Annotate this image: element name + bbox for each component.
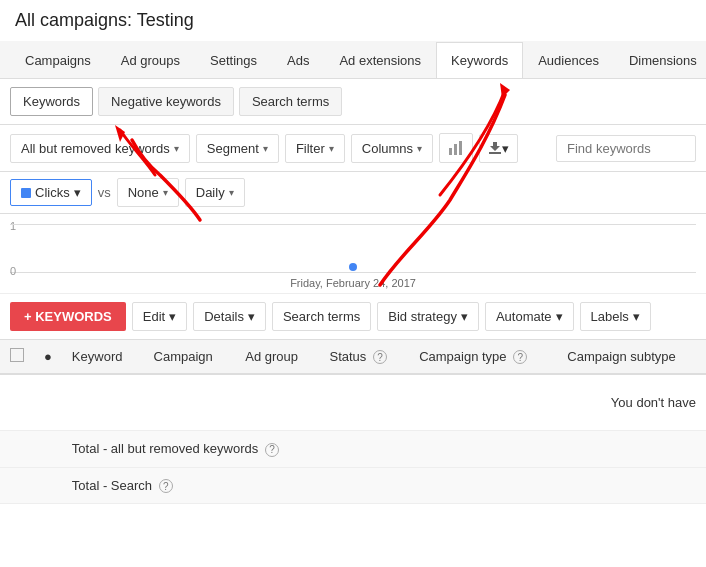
svg-rect-1 — [454, 144, 457, 155]
vs-label: vs — [98, 185, 111, 200]
none-arrow-icon: ▾ — [163, 187, 168, 198]
filter-arrow-icon: ▾ — [329, 143, 334, 154]
metric-clicks-btn[interactable]: Clicks ▾ — [10, 179, 92, 206]
clicks-dot — [21, 188, 31, 198]
labels-arrow-icon: ▾ — [633, 309, 640, 324]
filter-label: Filter — [296, 141, 325, 156]
table-header-row: ● Keyword Campaign Ad group Status ? Cam… — [0, 340, 706, 374]
total-search-dot-cell — [34, 467, 62, 504]
svg-rect-2 — [459, 141, 462, 155]
empty-message-row: You don't have — [0, 374, 706, 431]
page-title: All campaigns: Testing — [0, 0, 706, 41]
automate-label: Automate — [496, 309, 552, 324]
details-arrow-icon: ▾ — [248, 309, 255, 324]
chart-top-line — [10, 224, 696, 225]
none-btn[interactable]: None ▾ — [117, 178, 179, 207]
automate-btn[interactable]: Automate ▾ — [485, 302, 574, 331]
col-campaign-subtype: Campaign subtype — [557, 340, 706, 374]
chart-date-label: Friday, February 24, 2017 — [290, 277, 416, 289]
segment-arrow-icon: ▾ — [263, 143, 268, 154]
columns-btn[interactable]: Columns ▾ — [351, 134, 433, 163]
col-status: Status ? — [319, 340, 409, 374]
keyword-filter-btn[interactable]: All but removed keywords ▾ — [10, 134, 190, 163]
total-all-help-icon[interactable]: ? — [265, 443, 279, 457]
download-btn[interactable]: ▾ — [479, 134, 518, 163]
col-status-dot: ● — [34, 340, 62, 374]
tab-keywords[interactable]: Keywords — [436, 42, 523, 78]
chart-icon — [448, 140, 464, 156]
tab-ads[interactable]: Ads — [272, 42, 324, 78]
col-campaign: Campaign — [144, 340, 236, 374]
chart-data-dot — [349, 263, 357, 271]
search-terms-btn[interactable]: Search terms — [272, 302, 371, 331]
bid-strategy-btn[interactable]: Bid strategy ▾ — [377, 302, 479, 331]
labels-label: Labels — [591, 309, 629, 324]
total-search-label-cell: Total - Search ? — [62, 467, 706, 504]
download-arrow-icon: ▾ — [502, 141, 509, 156]
svg-rect-0 — [449, 148, 452, 155]
chart-y-label-1: 1 — [10, 220, 16, 232]
tab-dimensions[interactable]: Dimensions — [614, 42, 706, 78]
total-search-help-icon[interactable]: ? — [159, 479, 173, 493]
sub-tabs: Keywords Negative keywords Search terms — [0, 79, 706, 125]
total-all-dot-cell — [34, 431, 62, 468]
edit-label: Edit — [143, 309, 165, 324]
keyword-filter-label: All but removed keywords — [21, 141, 170, 156]
none-label: None — [128, 185, 159, 200]
columns-label: Columns — [362, 141, 413, 156]
download-icon — [488, 141, 502, 155]
total-all-label: Total - all but removed keywords — [72, 441, 258, 456]
tab-campaigns[interactable]: Campaigns — [10, 42, 106, 78]
total-all-checkbox-cell — [0, 431, 34, 468]
bid-strategy-label: Bid strategy — [388, 309, 457, 324]
metric-arrow-icon: ▾ — [74, 185, 81, 200]
segment-label: Segment — [207, 141, 259, 156]
tab-ad-extensions[interactable]: Ad extensions — [324, 42, 436, 78]
keyword-filter-arrow-icon: ▾ — [174, 143, 179, 154]
chart-area: 1 0 Friday, February 24, 2017 — [0, 214, 706, 294]
col-campaign-type: Campaign type ? — [409, 340, 557, 374]
bid-strategy-arrow-icon: ▾ — [461, 309, 468, 324]
chart-y-label-0: 0 — [10, 265, 16, 277]
search-terms-label: Search terms — [283, 309, 360, 324]
edit-btn[interactable]: Edit ▾ — [132, 302, 187, 331]
period-label: Daily — [196, 185, 225, 200]
filter-btn[interactable]: Filter ▾ — [285, 134, 345, 163]
action-bar: + KEYWORDS Edit ▾ Details ▾ Search terms… — [0, 294, 706, 340]
total-search-label: Total - Search — [72, 478, 152, 493]
labels-btn[interactable]: Labels ▾ — [580, 302, 651, 331]
details-btn[interactable]: Details ▾ — [193, 302, 266, 331]
metric-clicks-label: Clicks — [35, 185, 70, 200]
automate-arrow-icon: ▾ — [556, 309, 563, 324]
metric-filter-row: Clicks ▾ vs None ▾ Daily ▾ — [0, 172, 706, 214]
tab-ad-groups[interactable]: Ad groups — [106, 42, 195, 78]
edit-arrow-icon: ▾ — [169, 309, 176, 324]
period-btn[interactable]: Daily ▾ — [185, 178, 245, 207]
find-keywords-input[interactable] — [556, 135, 696, 162]
total-row-search: Total - Search ? — [0, 467, 706, 504]
tab-settings[interactable]: Settings — [195, 42, 272, 78]
chart-toggle-btn[interactable] — [439, 133, 473, 163]
details-label: Details — [204, 309, 244, 324]
segment-btn[interactable]: Segment ▾ — [196, 134, 279, 163]
total-all-label-cell: Total - all but removed keywords ? — [62, 431, 706, 468]
sub-tab-search-terms[interactable]: Search terms — [239, 87, 342, 116]
select-all-checkbox[interactable] — [10, 348, 24, 362]
chart-zero-line — [10, 272, 696, 273]
sub-tab-keywords[interactable]: Keywords — [10, 87, 93, 116]
empty-message: You don't have — [0, 374, 706, 431]
toolbar: All but removed keywords ▾ Segment ▾ Fil… — [0, 125, 706, 172]
tab-audiences[interactable]: Audiences — [523, 42, 614, 78]
campaign-type-help-icon[interactable]: ? — [513, 350, 527, 364]
col-ad-group: Ad group — [235, 340, 319, 374]
add-keywords-btn[interactable]: + KEYWORDS — [10, 302, 126, 331]
columns-arrow-icon: ▾ — [417, 143, 422, 154]
total-search-checkbox-cell — [0, 467, 34, 504]
col-keyword: Keyword — [62, 340, 144, 374]
period-arrow-icon: ▾ — [229, 187, 234, 198]
sub-tab-negative-keywords[interactable]: Negative keywords — [98, 87, 234, 116]
status-help-icon[interactable]: ? — [373, 350, 387, 364]
keywords-table: ● Keyword Campaign Ad group Status ? Cam… — [0, 340, 706, 504]
col-checkbox[interactable] — [0, 340, 34, 374]
nav-tabs: Campaigns Ad groups Settings Ads Ad exte… — [0, 41, 706, 79]
